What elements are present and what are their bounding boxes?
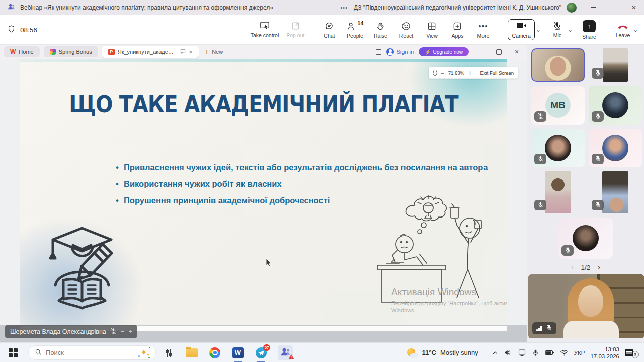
copilot-sparkle-icon: ✦ ✦ bbox=[138, 347, 150, 359]
participant-tile[interactable] bbox=[589, 48, 642, 82]
participant-tile[interactable] bbox=[558, 218, 613, 259]
window-more-icon[interactable]: ••• bbox=[341, 5, 348, 11]
task-view-button[interactable] bbox=[162, 346, 175, 359]
teams-button-active[interactable] bbox=[278, 345, 293, 360]
meeting-title: Вебінар «Як уникнути академічного плагіа… bbox=[20, 4, 273, 11]
pill-plus-icon[interactable]: + bbox=[128, 328, 132, 335]
react-icon bbox=[401, 21, 411, 31]
wps-tab-bar: W Home Spring Bonus P Як_уникнути_академ… bbox=[0, 45, 527, 59]
people-count-badge: 14 bbox=[357, 20, 363, 26]
wps-close-button[interactable]: ✕ bbox=[510, 49, 523, 55]
presentation-slide: ЩО ТАКЕ АКАДЕМІЧНИЙ ПЛАГІАТ Привласнення… bbox=[20, 59, 507, 325]
maximize-button[interactable] bbox=[604, 0, 624, 15]
user-avatar-icon bbox=[386, 48, 394, 56]
title-bar-right: ••• ДЗ "Південноукраїнський педагогічний… bbox=[341, 0, 644, 15]
participant-tile[interactable] bbox=[531, 171, 585, 213]
new-tab-button[interactable]: + New bbox=[205, 48, 223, 56]
wps-logo-icon: W bbox=[10, 48, 16, 55]
tab-spring-bonus[interactable]: Spring Bonus bbox=[44, 46, 98, 57]
mouse-cursor bbox=[266, 258, 272, 269]
close-button[interactable]: ✕ bbox=[624, 0, 644, 15]
pager-next-icon[interactable]: › bbox=[597, 262, 600, 272]
participant-tile[interactable] bbox=[589, 86, 642, 125]
tab-label: Як_уникнути_академічного_ bbox=[118, 49, 177, 55]
layout-icon[interactable] bbox=[376, 49, 381, 55]
pill-minus-icon[interactable]: − bbox=[121, 328, 125, 335]
window-title-bar: Вебінар «Як уникнути академічного плагіа… bbox=[0, 0, 644, 15]
people-button[interactable]: 14 People bbox=[346, 21, 364, 39]
signal-bars-icon bbox=[536, 326, 542, 331]
participant-tile[interactable] bbox=[589, 171, 642, 213]
zoom-level: 71.63% bbox=[448, 70, 464, 76]
exit-full-screen-button[interactable]: Exit Full Screen bbox=[480, 70, 514, 76]
presenter-name-pill: Шеремета Влада Олександрівна − + bbox=[5, 325, 137, 338]
search-input[interactable] bbox=[46, 349, 134, 356]
leave-options-chevron-icon[interactable]: ⌄ bbox=[633, 27, 638, 33]
camera-button[interactable]: Camera bbox=[508, 19, 534, 40]
tray-mic-icon[interactable] bbox=[532, 349, 539, 357]
cast-screen-icon[interactable] bbox=[518, 348, 526, 357]
folder-icon bbox=[186, 348, 198, 357]
participant-large-video[interactable] bbox=[528, 274, 644, 338]
chrome-icon bbox=[209, 347, 220, 358]
leave-button[interactable]: Leave bbox=[614, 22, 632, 38]
fit-screen-icon[interactable] bbox=[433, 70, 437, 76]
wps-maximize-button[interactable] bbox=[492, 49, 505, 55]
notification-center-button[interactable]: 3 bbox=[625, 347, 639, 358]
chrome-button[interactable] bbox=[208, 346, 221, 359]
minimize-button[interactable] bbox=[584, 0, 604, 15]
leave-call-icon bbox=[617, 22, 629, 31]
battery-icon[interactable] bbox=[545, 349, 554, 356]
file-explorer-button[interactable] bbox=[185, 346, 198, 359]
start-button[interactable] bbox=[7, 347, 19, 359]
apps-button[interactable]: Apps bbox=[448, 21, 466, 39]
mic-button[interactable]: Mic bbox=[548, 21, 567, 38]
telegram-button[interactable]: 57 bbox=[255, 346, 268, 359]
mic-off-icon bbox=[546, 324, 552, 333]
camera-icon bbox=[516, 21, 527, 32]
toolbar-divider bbox=[500, 22, 500, 37]
chat-button[interactable]: Chat bbox=[320, 21, 338, 39]
account-avatar[interactable] bbox=[567, 3, 577, 13]
react-button[interactable]: React bbox=[397, 21, 415, 39]
mic-options-chevron-icon[interactable]: ⌄ bbox=[568, 27, 573, 33]
taskbar-clock[interactable]: 13:03 17.03.2026 bbox=[590, 346, 619, 360]
telegram-unread-badge: 57 bbox=[263, 344, 270, 351]
pager-prev-icon[interactable]: ‹ bbox=[571, 262, 574, 272]
camera-options-chevron-icon[interactable]: ⌄ bbox=[536, 27, 541, 33]
tray-expand-chevron-icon[interactable] bbox=[492, 350, 498, 356]
wps-minimize-button[interactable]: − bbox=[474, 49, 487, 55]
share-button[interactable]: ↑ Share bbox=[580, 20, 598, 40]
more-icon: ••• bbox=[479, 21, 488, 31]
view-button[interactable]: View bbox=[423, 21, 441, 39]
participant-tile-initials[interactable]: MB bbox=[531, 86, 585, 125]
word-button[interactable]: W bbox=[231, 346, 245, 359]
zoom-in-button[interactable]: + bbox=[468, 69, 472, 77]
participant-face bbox=[578, 285, 603, 317]
upgrade-now-button[interactable]: ⚡ Upgrade now bbox=[419, 47, 469, 56]
mic-muted-icon bbox=[552, 21, 562, 31]
participant-tile[interactable] bbox=[589, 129, 642, 167]
zoom-out-button[interactable]: − bbox=[441, 69, 444, 77]
windows-taskbar: ✦ ✦ W 57 bbox=[0, 342, 644, 362]
raise-hand-button[interactable]: Raise bbox=[371, 21, 389, 39]
tab-close-icon[interactable]: ✕ bbox=[189, 49, 193, 55]
participant-avatar bbox=[573, 225, 599, 251]
taskbar-search[interactable]: ✦ ✦ bbox=[28, 345, 156, 360]
mic-off-badge bbox=[534, 154, 546, 164]
language-indicator[interactable]: УКР bbox=[574, 350, 585, 356]
tab-presentation-active[interactable]: P Як_уникнути_академічного_ ✕ bbox=[102, 46, 199, 58]
weather-widget[interactable]: 11°C Mostly sunny bbox=[407, 348, 478, 358]
sign-in-button[interactable]: Sign in bbox=[386, 48, 414, 56]
speaker-icon[interactable] bbox=[504, 348, 512, 357]
comment-icon[interactable] bbox=[180, 49, 186, 55]
participant-tile[interactable] bbox=[531, 129, 585, 167]
tab-home[interactable]: W Home bbox=[4, 46, 40, 57]
meeting-elapsed-time: 08:56 bbox=[20, 26, 37, 34]
toolbar-divider bbox=[606, 22, 606, 37]
more-button[interactable]: ••• More bbox=[474, 21, 492, 39]
take-control-button[interactable]: Take control bbox=[251, 21, 279, 38]
chat-icon bbox=[324, 21, 334, 31]
participant-tile-speaking[interactable] bbox=[531, 48, 585, 82]
wifi-icon[interactable] bbox=[560, 349, 569, 356]
